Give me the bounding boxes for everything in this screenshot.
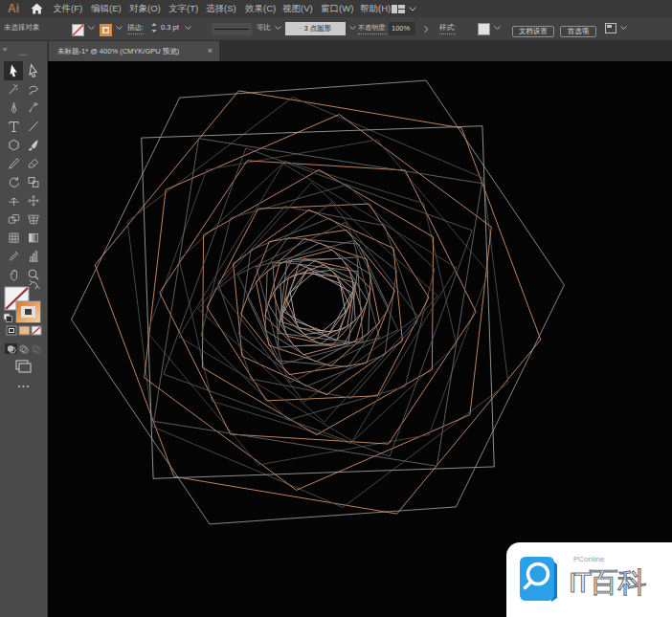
svg-text:«: « bbox=[3, 45, 8, 54]
